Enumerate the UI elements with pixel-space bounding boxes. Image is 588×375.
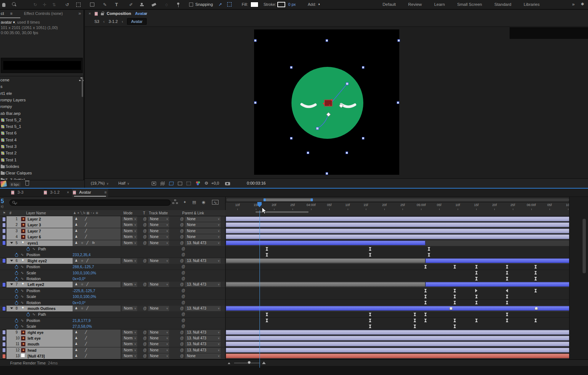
- property-row[interactable]: ∿Position-225,8,-125,7@: [0, 288, 225, 294]
- selection-handle[interactable]: [326, 172, 328, 175]
- layer-duration-bar[interactable]: [226, 282, 425, 287]
- matte-pickwhip-icon[interactable]: @: [143, 217, 147, 221]
- property-value[interactable]: -225,8,-125,7: [73, 289, 95, 293]
- track-matte-dropdown[interactable]: None∨: [148, 229, 169, 234]
- keyframe-icon[interactable]: [506, 265, 509, 269]
- selection-handle[interactable]: [307, 152, 309, 154]
- keyframe-icon[interactable]: [413, 324, 416, 328]
- layer-row[interactable]: 10left eye♟╱Norm∨@None∨@13. Null 473∨: [0, 335, 225, 342]
- property-name[interactable]: Position: [26, 265, 40, 269]
- blend-mode-dropdown[interactable]: Norm∨: [122, 342, 137, 347]
- transparency-grid-icon[interactable]: [160, 182, 165, 185]
- property-row[interactable]: ∿Scale100,0,100,0%@: [0, 270, 225, 276]
- parent-link-dropdown[interactable]: 13. Null 473∨: [185, 348, 221, 353]
- layer-duration-bar[interactable]: [226, 234, 569, 239]
- layer-switches[interactable]: ♟☼╱: [73, 282, 121, 287]
- workspace-libraries[interactable]: Libraries: [524, 2, 540, 7]
- project-item[interactable]: Test 6: [0, 130, 82, 137]
- layer-duration-bar[interactable]: [226, 348, 569, 352]
- graph-icon[interactable]: ∿: [21, 324, 24, 328]
- property-track-row[interactable]: [226, 311, 569, 318]
- keyframe-icon[interactable]: [369, 319, 371, 322]
- switch-icon[interactable]: ♟: [75, 217, 78, 221]
- zoom-out-mountain-icon[interactable]: [228, 362, 230, 364]
- property-track-row[interactable]: [226, 276, 569, 282]
- zoom-in-mountain-icon[interactable]: [262, 362, 266, 364]
- project-item[interactable]: Test 4: [0, 137, 82, 144]
- parent-pickwhip-icon[interactable]: @: [180, 223, 184, 227]
- switch-icon[interactable]: ╱: [85, 330, 87, 334]
- switch-icon[interactable]: ╱: [85, 229, 87, 233]
- interpret-footage-icon[interactable]: [0, 181, 7, 187]
- layer-name[interactable]: right eye: [28, 330, 44, 335]
- selection-handle[interactable]: [397, 101, 399, 104]
- switch-icon[interactable]: ╱: [85, 217, 87, 221]
- keyframe-icon[interactable]: [413, 312, 416, 316]
- close-tab-icon[interactable]: ×: [67, 190, 69, 194]
- property-row[interactable]: ∿Position21,8,177,9@: [0, 318, 225, 324]
- property-track-row[interactable]: [226, 294, 569, 300]
- project-tab-menu-icon[interactable]: ≡: [10, 11, 12, 16]
- brush-tool-icon[interactable]: ✐: [128, 1, 134, 8]
- property-track-row[interactable]: [226, 288, 569, 294]
- vertical-scrollbar-thumb[interactable]: [583, 219, 586, 273]
- keyframe-icon[interactable]: [534, 265, 537, 269]
- matte-pickwhip-icon[interactable]: @: [143, 282, 147, 286]
- current-time-fragment[interactable]: 5: [1, 198, 4, 205]
- layer-track-row[interactable]: [226, 330, 569, 336]
- property-pickwhip-icon[interactable]: @: [181, 301, 185, 305]
- switch-icon[interactable]: ♟: [75, 235, 78, 238]
- layer-switches[interactable]: ♟☼╱: [73, 258, 121, 264]
- property-value[interactable]: 288,6,-125,7: [73, 265, 94, 269]
- track-matte-dropdown[interactable]: None∨: [148, 258, 169, 263]
- close-tab-icon[interactable]: ×: [89, 11, 91, 16]
- graph-icon[interactable]: ∿: [21, 301, 24, 305]
- keyframe-icon[interactable]: [266, 312, 268, 316]
- composition-tab-title[interactable]: Composition: [107, 11, 131, 16]
- switch-icon[interactable]: ♟: [75, 342, 78, 346]
- property-track-row[interactable]: [226, 264, 569, 270]
- switch-icon[interactable]: ☼: [81, 241, 83, 245]
- breadcrumb-root[interactable]: S3: [94, 19, 99, 24]
- parent-pickwhip-icon[interactable]: @: [180, 330, 184, 334]
- layer-duration-bar[interactable]: [226, 306, 569, 311]
- keyframe-icon[interactable]: [453, 319, 456, 322]
- property-row[interactable]: ∿Rotation0x+0,0°@: [0, 300, 225, 306]
- keyframe-icon[interactable]: [453, 265, 456, 269]
- safe-margins-icon[interactable]: [187, 182, 191, 185]
- matte-pickwhip-icon[interactable]: @: [143, 336, 147, 340]
- switch-icon[interactable]: ╱: [85, 336, 87, 340]
- keyframe-icon[interactable]: [369, 324, 371, 328]
- timeline-navigator[interactable]: [226, 198, 569, 201]
- breadcrumb-current[interactable]: Avatar: [127, 18, 147, 25]
- property-name[interactable]: Scale: [26, 271, 36, 275]
- keyframe-icon[interactable]: [506, 319, 509, 322]
- current-timecode[interactable]: 0:00:03:16: [247, 181, 266, 185]
- graph-icon[interactable]: ∿: [21, 318, 24, 322]
- parent-pickwhip-icon[interactable]: @: [180, 342, 184, 346]
- parent-pickwhip-icon[interactable]: @: [180, 306, 184, 310]
- matte-pickwhip-icon[interactable]: @: [143, 354, 147, 358]
- selection-handle[interactable]: [290, 66, 293, 69]
- property-track-row[interactable]: [226, 323, 569, 330]
- layer-name[interactable]: Layer 2: [28, 217, 41, 221]
- layer-duration-bar[interactable]: [425, 282, 569, 287]
- matte-pickwhip-icon[interactable]: @: [143, 223, 147, 227]
- twirl-open-icon[interactable]: [10, 307, 13, 309]
- blend-mode-dropdown[interactable]: Norm∨: [122, 222, 137, 227]
- keyframe-icon[interactable]: [506, 271, 509, 275]
- parent-pickwhip-icon[interactable]: @: [180, 229, 184, 233]
- layer-track-row[interactable]: [226, 353, 569, 359]
- parent-link-dropdown[interactable]: None∨: [185, 354, 221, 359]
- parent-pickwhip-icon[interactable]: @: [180, 217, 184, 221]
- stopwatch-icon[interactable]: [26, 312, 30, 316]
- matte-pickwhip-icon[interactable]: @: [143, 229, 147, 233]
- selection-handle[interactable]: [254, 101, 257, 104]
- workspace-standard[interactable]: Standard: [494, 2, 511, 7]
- search-filter-chevron[interactable]: ∨: [16, 202, 17, 205]
- keyframe-icon[interactable]: [534, 319, 537, 322]
- project-item[interactable]: Test 3: [0, 144, 82, 150]
- workspace-small-screen[interactable]: Small Screen: [457, 2, 482, 7]
- property-row[interactable]: ∿Position233,2,35,4@: [0, 252, 225, 258]
- parent-pickwhip-icon[interactable]: @: [180, 241, 184, 245]
